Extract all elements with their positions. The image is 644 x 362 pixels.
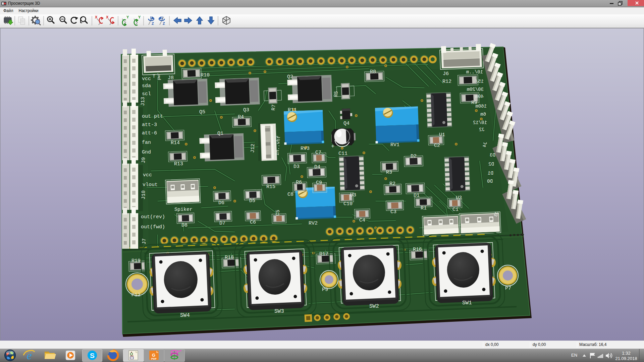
svg-text:EN: EN xyxy=(571,353,577,358)
svg-text:PDF: PDF xyxy=(151,357,157,360)
svg-text:21.09.2018: 21.09.2018 xyxy=(615,356,637,361)
svg-text:1:32: 1:32 xyxy=(622,351,630,356)
svg-text:S: S xyxy=(90,352,95,359)
svg-text:G: G xyxy=(152,353,155,358)
